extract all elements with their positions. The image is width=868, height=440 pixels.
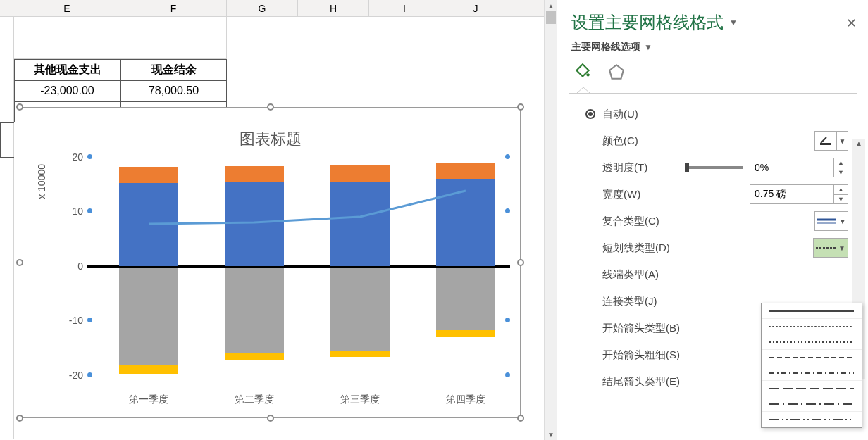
- resize-handle[interactable]: [16, 415, 23, 422]
- bar-series-yellow[interactable]: [436, 330, 495, 337]
- col-header-H[interactable]: H: [298, 0, 369, 17]
- effects-icon[interactable]: [605, 61, 628, 83]
- dash-type-picker[interactable]: ▼: [813, 238, 848, 258]
- dash-option-solid[interactable]: [762, 303, 862, 319]
- x-tick: 第一季度: [113, 394, 184, 406]
- svg-marker-0: [609, 65, 624, 79]
- resize-handle[interactable]: [16, 103, 23, 111]
- scroll-down-icon[interactable]: ▼: [545, 429, 557, 440]
- scroll-up-icon[interactable]: ▲: [852, 139, 865, 147]
- svg-rect-1: [820, 143, 831, 145]
- compound-type-picker[interactable]: ▼: [814, 211, 848, 231]
- dash-option-dash-dot[interactable]: [762, 365, 862, 381]
- bar-series-gray[interactable]: [436, 268, 495, 330]
- dash-option-long-dash[interactable]: [762, 381, 862, 396]
- width-label: 宽度(W): [585, 188, 750, 201]
- x-tick: 第二季度: [219, 394, 290, 406]
- cap-type-label: 线端类型(A): [585, 268, 848, 282]
- dash-option-long-dash-dot[interactable]: [762, 396, 862, 412]
- dash-option-round-dot[interactable]: [762, 319, 862, 334]
- color-picker[interactable]: ▼: [814, 131, 848, 151]
- transparency-slider[interactable]: [686, 166, 743, 169]
- close-icon[interactable]: ✕: [846, 15, 857, 31]
- bar-series-orange[interactable]: [225, 166, 284, 182]
- transparency-input[interactable]: 0% ▲▼: [750, 158, 848, 177]
- bar-series-gray[interactable]: [225, 268, 284, 353]
- resize-handle[interactable]: [267, 103, 274, 111]
- col-header-G[interactable]: G: [227, 0, 298, 17]
- bar-series-gray[interactable]: [119, 268, 178, 365]
- y-tick: 20: [41, 151, 83, 163]
- bar-series-orange[interactable]: [436, 163, 495, 179]
- dash-type-label: 短划线类型(D): [585, 241, 813, 255]
- bar-series-orange[interactable]: [119, 167, 178, 183]
- bar-series-yellow[interactable]: [119, 365, 178, 374]
- scroll-thumb[interactable]: [546, 11, 556, 24]
- table-header-cell[interactable]: 其他现金支出: [14, 59, 120, 80]
- dash-option-square-dot[interactable]: [762, 334, 862, 350]
- panel-title: 设置主要网格线格式▼: [557, 0, 868, 38]
- chevron-down-icon[interactable]: ▼: [644, 42, 652, 52]
- color-label: 颜色(C): [585, 134, 814, 148]
- bar-series-gray[interactable]: [330, 268, 390, 351]
- table-cell[interactable]: -23,000.00: [14, 80, 120, 101]
- plot-area[interactable]: 20 10 0 -10 -20: [87, 157, 510, 375]
- col-header-E[interactable]: E: [14, 0, 120, 17]
- x-tick: 第三季度: [325, 394, 395, 406]
- spin-up-icon[interactable]: ▲: [834, 158, 848, 168]
- bar-series-blue[interactable]: [436, 179, 495, 266]
- scroll-up-icon[interactable]: ▲: [545, 0, 557, 11]
- table-cell[interactable]: 78,000.50: [120, 80, 227, 101]
- compound-type-label: 复合类型(C): [585, 215, 814, 228]
- y-tick: 10: [41, 206, 83, 217]
- panel-subtitle[interactable]: 主要网格线选项▼: [557, 38, 868, 56]
- y-tick: -20: [41, 370, 83, 381]
- resize-handle[interactable]: [517, 415, 524, 422]
- fill-line-icon[interactable]: [571, 61, 594, 83]
- spin-up-icon[interactable]: ▲: [834, 185, 848, 195]
- bar-series-blue[interactable]: [119, 183, 178, 266]
- bar-series-blue[interactable]: [225, 182, 284, 266]
- column-headers: E F G H I J: [0, 0, 544, 17]
- spin-down-icon[interactable]: ▼: [834, 195, 848, 204]
- width-input[interactable]: 0.75 磅 ▲▼: [750, 184, 848, 204]
- col-header-F[interactable]: F: [120, 0, 227, 17]
- y-axis-title[interactable]: x 10000: [36, 164, 47, 199]
- dash-option-long-dash-dot-dot[interactable]: [762, 412, 862, 427]
- bar-series-yellow[interactable]: [225, 353, 284, 360]
- resize-handle[interactable]: [267, 415, 274, 422]
- chart-title[interactable]: 图表标题: [20, 129, 520, 150]
- bar-series-blue[interactable]: [330, 182, 390, 266]
- chevron-down-icon[interactable]: ▼: [836, 132, 848, 150]
- chevron-down-icon[interactable]: ▼: [729, 18, 738, 27]
- format-panel: 设置主要网格线格式▼ ✕ 主要网格线选项▼ 自动(U) 颜色(C): [557, 0, 868, 440]
- col-header-J[interactable]: J: [440, 0, 512, 17]
- transparency-label: 透明度(T): [585, 161, 686, 175]
- radio-selected-icon[interactable]: [585, 109, 595, 119]
- spreadsheet-area: E F G H I J 其他现金支出 现金结余 -23,000.00 78,00…: [0, 0, 557, 440]
- bar-series-orange[interactable]: [330, 165, 390, 182]
- dash-style-dropdown[interactable]: [761, 303, 862, 428]
- resize-handle[interactable]: [517, 259, 524, 266]
- auto-radio-row[interactable]: 自动(U): [585, 101, 868, 127]
- table-header-cell[interactable]: 现金结余: [120, 59, 227, 80]
- col-header-I[interactable]: I: [369, 0, 440, 17]
- x-tick: 第四季度: [430, 394, 501, 406]
- vertical-scrollbar[interactable]: ▲ ▼: [544, 0, 557, 440]
- bar-series-yellow[interactable]: [330, 351, 390, 357]
- resize-handle[interactable]: [16, 259, 23, 266]
- spin-down-icon[interactable]: ▼: [834, 168, 848, 177]
- y-tick: 0: [41, 260, 83, 272]
- resize-handle[interactable]: [517, 103, 524, 111]
- dash-option-dash[interactable]: [762, 350, 862, 365]
- y-tick: -10: [41, 315, 83, 326]
- chart-object[interactable]: 图表标题 x 10000 20 10 0 -10 -20: [20, 107, 521, 418]
